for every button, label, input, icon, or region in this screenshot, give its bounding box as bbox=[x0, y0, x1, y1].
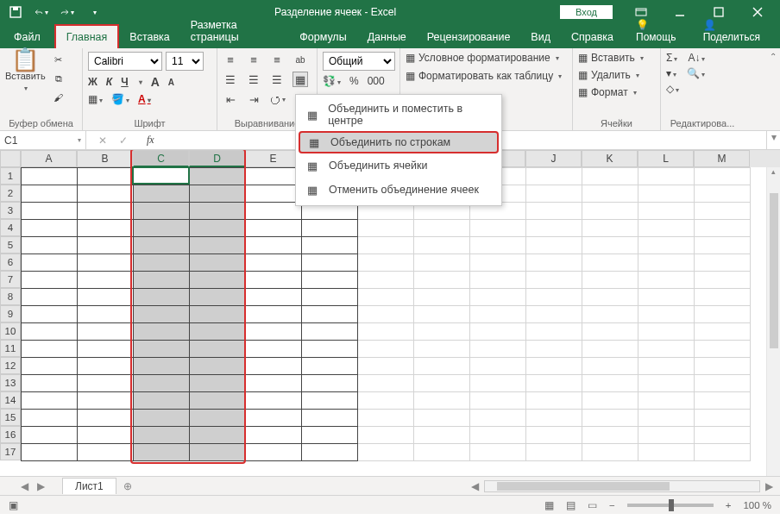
cell[interactable] bbox=[190, 237, 246, 254]
view-page-break-icon[interactable]: ▭ bbox=[588, 499, 597, 511]
cell[interactable] bbox=[302, 341, 358, 358]
sheet-tab-1[interactable]: Лист1 bbox=[62, 478, 116, 494]
cell[interactable] bbox=[638, 272, 695, 289]
cell[interactable] bbox=[246, 168, 302, 185]
cell[interactable] bbox=[638, 203, 695, 220]
cell[interactable] bbox=[638, 358, 695, 375]
cell[interactable] bbox=[414, 272, 470, 289]
insert-cells-button[interactable]: ▦ Вставить ▾ bbox=[578, 52, 644, 64]
row-header-1[interactable]: 1 bbox=[0, 167, 21, 185]
cell[interactable] bbox=[526, 185, 582, 203]
cell[interactable] bbox=[22, 444, 78, 461]
cell[interactable] bbox=[414, 237, 470, 254]
cell[interactable] bbox=[190, 168, 246, 185]
clear-icon[interactable]: ◇▾ bbox=[666, 83, 679, 95]
comma-icon[interactable]: 000 bbox=[368, 75, 385, 87]
cell[interactable] bbox=[246, 289, 302, 306]
cell[interactable] bbox=[190, 444, 246, 461]
unmerge-cells-item[interactable]: ▦ Отменить объединение ячеек bbox=[296, 178, 501, 202]
cell[interactable] bbox=[190, 323, 246, 341]
cell[interactable] bbox=[22, 237, 78, 254]
cell[interactable] bbox=[78, 237, 134, 254]
cell[interactable] bbox=[134, 392, 190, 410]
row-header-11[interactable]: 11 bbox=[0, 340, 21, 357]
cell[interactable] bbox=[190, 375, 246, 392]
view-normal-icon[interactable]: ▦ bbox=[544, 499, 554, 511]
paste-icon[interactable]: 📋 bbox=[17, 52, 33, 67]
cell[interactable] bbox=[22, 392, 78, 410]
cell[interactable] bbox=[190, 203, 246, 220]
cell[interactable] bbox=[638, 410, 695, 427]
cell[interactable] bbox=[470, 254, 526, 272]
tab-view[interactable]: Вид bbox=[520, 26, 561, 48]
fill-icon[interactable]: ▾▾ bbox=[666, 67, 676, 79]
cell[interactable] bbox=[470, 272, 526, 289]
cell[interactable] bbox=[695, 254, 751, 272]
cell[interactable] bbox=[358, 220, 414, 237]
cell[interactable] bbox=[246, 341, 302, 358]
cell[interactable] bbox=[302, 410, 358, 427]
cell[interactable] bbox=[358, 375, 414, 392]
cell[interactable] bbox=[134, 237, 190, 254]
col-header-L[interactable]: L bbox=[638, 150, 694, 167]
row-header-16[interactable]: 16 bbox=[0, 426, 21, 443]
cell[interactable] bbox=[190, 185, 246, 203]
cell[interactable] bbox=[526, 220, 582, 237]
row-header-8[interactable]: 8 bbox=[0, 288, 21, 305]
cell[interactable] bbox=[78, 306, 134, 323]
undo-icon[interactable]: ▾ bbox=[35, 7, 48, 17]
cell[interactable] bbox=[695, 410, 751, 427]
expand-formula-bar-icon[interactable]: ▾ bbox=[766, 131, 780, 149]
cell[interactable] bbox=[302, 323, 358, 341]
cell[interactable] bbox=[695, 289, 751, 306]
cell[interactable] bbox=[358, 237, 414, 254]
namebox-dropdown-icon[interactable]: ▾ bbox=[78, 136, 81, 144]
format-painter-icon[interactable]: 🖌 bbox=[51, 90, 66, 105]
cell[interactable] bbox=[358, 254, 414, 272]
zoom-slider[interactable] bbox=[627, 504, 714, 507]
cell[interactable] bbox=[358, 427, 414, 444]
cell[interactable] bbox=[302, 392, 358, 410]
hscroll-right-icon[interactable]: ▶ bbox=[760, 480, 773, 492]
cell[interactable] bbox=[695, 203, 751, 220]
paste-label[interactable]: Вставить bbox=[5, 71, 46, 81]
cell[interactable] bbox=[526, 358, 582, 375]
cell[interactable] bbox=[358, 358, 414, 375]
cell[interactable] bbox=[246, 444, 302, 461]
horizontal-scroll-thumb[interactable] bbox=[497, 482, 670, 491]
cell[interactable] bbox=[246, 185, 302, 203]
col-header-J[interactable]: J bbox=[525, 150, 582, 167]
cell[interactable] bbox=[302, 289, 358, 306]
login-button[interactable]: Вход bbox=[560, 5, 613, 19]
italic-button[interactable]: К bbox=[106, 76, 112, 88]
format-as-table-button[interactable]: ▦ Форматировать как таблицу▾ bbox=[406, 70, 562, 82]
row-header-13[interactable]: 13 bbox=[0, 374, 21, 391]
align-bottom-icon[interactable]: ≡ bbox=[269, 52, 285, 67]
vertical-scroll-thumb[interactable] bbox=[770, 193, 778, 348]
merge-center-item[interactable]: ▦ Объединить и поместить в центре bbox=[296, 98, 501, 131]
cell[interactable] bbox=[695, 323, 751, 341]
underline-dropdown-icon[interactable]: ▾ bbox=[139, 78, 142, 86]
cell[interactable] bbox=[134, 306, 190, 323]
col-header-D[interactable]: D bbox=[189, 150, 245, 167]
cell[interactable] bbox=[246, 237, 302, 254]
cell[interactable] bbox=[526, 375, 582, 392]
font-color-icon[interactable]: A▾ bbox=[138, 93, 151, 105]
row-header-10[interactable]: 10 bbox=[0, 322, 21, 340]
cell[interactable] bbox=[78, 289, 134, 306]
view-page-layout-icon[interactable]: ▤ bbox=[566, 499, 576, 511]
col-header-M[interactable]: M bbox=[694, 150, 750, 167]
cell[interactable] bbox=[414, 375, 470, 392]
row-header-9[interactable]: 9 bbox=[0, 305, 21, 322]
cell[interactable] bbox=[22, 203, 78, 220]
new-sheet-button[interactable]: ⊕ bbox=[116, 480, 139, 492]
cell[interactable] bbox=[302, 375, 358, 392]
cell[interactable] bbox=[134, 185, 190, 203]
cell[interactable] bbox=[358, 392, 414, 410]
tab-help[interactable]: Справка bbox=[561, 26, 624, 48]
row-header-4[interactable]: 4 bbox=[0, 219, 21, 236]
cell[interactable] bbox=[470, 306, 526, 323]
cell[interactable] bbox=[582, 272, 638, 289]
cell[interactable] bbox=[470, 444, 526, 461]
cell[interactable] bbox=[695, 220, 751, 237]
